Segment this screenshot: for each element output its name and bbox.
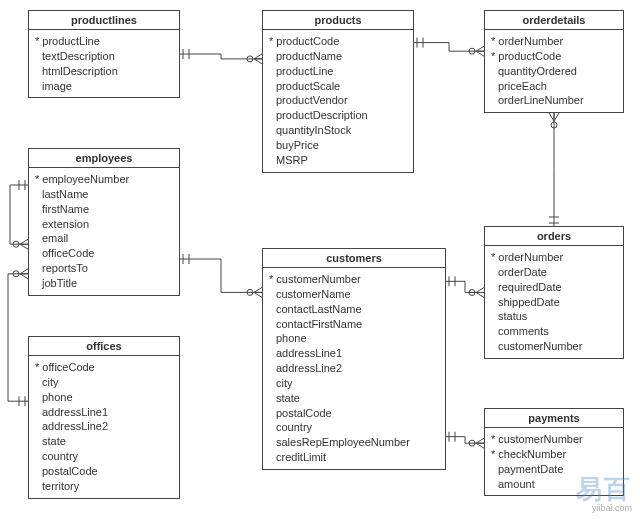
field: productScale [269,79,407,94]
field: addressLine2 [35,419,173,434]
field: checkNumber [491,447,617,462]
svg-line-51 [254,292,262,297]
field: quantityInStock [269,123,407,138]
svg-line-6 [254,59,262,64]
svg-line-22 [554,113,559,121]
svg-line-33 [476,293,484,298]
entity-title: orderdetails [485,11,623,30]
watermark-url: yiibai.com [576,503,632,513]
entity-body: productLinetextDescriptionhtmlDescriptio… [29,30,179,97]
field: city [35,375,173,390]
field: productCode [269,34,407,49]
entity-orders: ordersorderNumberorderDaterequiredDatesh… [484,226,624,359]
svg-line-32 [476,288,484,293]
field: customerNumber [491,339,617,354]
svg-point-24 [551,122,557,128]
field: employeeNumber [35,172,173,187]
svg-line-68 [20,269,28,274]
field: phone [35,390,173,405]
entity-body: employeeNumberlastNamefirstNameextension… [29,168,179,295]
field: salesRepEmployeeNumber [269,435,439,450]
svg-line-50 [254,287,262,292]
svg-line-60 [20,244,28,249]
svg-line-59 [20,239,28,244]
entity-offices: officesofficeCodecityphoneaddressLine1ad… [28,336,180,499]
field: country [269,420,439,435]
field: image [35,79,173,94]
field: htmlDescription [35,64,173,79]
field: email [35,231,173,246]
field: city [269,376,439,391]
field: productDescription [269,108,407,123]
svg-line-5 [254,54,262,59]
field: status [491,309,617,324]
field: orderNumber [491,250,617,265]
entity-title: orders [485,227,623,246]
field: contactLastName [269,302,439,317]
field: productCode [491,49,617,64]
field: buyPrice [269,138,407,153]
field: state [35,434,173,449]
field: officeCode [35,246,173,261]
svg-line-21 [549,113,554,121]
entity-products: productsproductCodeproductNameproductLin… [262,10,414,173]
entity-body: productCodeproductNameproductLineproduct… [263,30,413,172]
svg-line-15 [476,51,484,56]
field: country [35,449,173,464]
field: productVendor [269,93,407,108]
field: state [269,391,439,406]
entity-customers: customerscustomerNumbercustomerNameconta… [262,248,446,470]
field: firstName [35,202,173,217]
entity-orderdetails: orderdetailsorderNumberproductCodequanti… [484,10,624,113]
entity-title: offices [29,337,179,356]
field: officeCode [35,360,173,375]
entity-body: orderNumberorderDaterequiredDateshippedD… [485,246,623,358]
svg-point-62 [13,241,19,247]
field: priceEach [491,79,617,94]
field: customerNumber [491,432,617,447]
entity-body: customerNumbercustomerNamecontactLastNam… [263,268,445,469]
entity-payments: paymentscustomerNumbercheckNumberpayment… [484,408,624,496]
field: addressLine1 [269,346,439,361]
field: productLine [35,34,173,49]
entity-productlines: productlinesproductLinetextDescriptionht… [28,10,180,98]
field: MSRP [269,153,407,168]
field: reportsTo [35,261,173,276]
field: phone [269,331,439,346]
entity-body: customerNumbercheckNumberpaymentDateamou… [485,428,623,495]
field: customerName [269,287,439,302]
svg-line-69 [20,274,28,279]
svg-point-17 [469,48,475,54]
field: textDescription [35,49,173,64]
field: paymentDate [491,462,617,477]
field: addressLine1 [35,405,173,420]
field: productLine [269,64,407,79]
field: comments [491,324,617,339]
entity-title: employees [29,149,179,168]
field: extension [35,217,173,232]
field: addressLine2 [269,361,439,376]
field: lastName [35,187,173,202]
entity-title: products [263,11,413,30]
entity-employees: employeesemployeeNumberlastNamefirstName… [28,148,180,296]
field: orderDate [491,265,617,280]
field: jobTitle [35,276,173,291]
field: customerNumber [269,272,439,287]
field: productName [269,49,407,64]
svg-line-42 [476,443,484,448]
field: orderLineNumber [491,93,617,108]
field: creditLimit [269,450,439,465]
field: contactFirstName [269,317,439,332]
svg-line-14 [476,46,484,51]
field: postalCode [269,406,439,421]
svg-point-35 [469,290,475,296]
entity-body: officeCodecityphoneaddressLine1addressLi… [29,356,179,498]
field: shippedDate [491,295,617,310]
field: territory [35,479,173,494]
field: orderNumber [491,34,617,49]
entity-title: payments [485,409,623,428]
svg-point-71 [13,271,19,277]
field: amount [491,477,617,492]
entity-title: productlines [29,11,179,30]
field: requiredDate [491,280,617,295]
